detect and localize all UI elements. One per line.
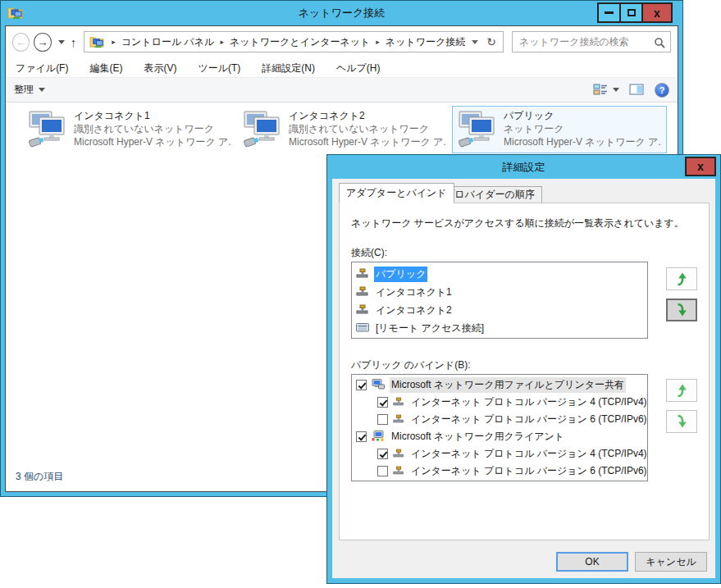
tab-adapters-and-bindings[interactable]: アダプターとバインド — [339, 183, 454, 203]
address-dropdown-icon[interactable] — [472, 40, 478, 44]
connection-device: Microsoft Hyper-V ネットワーク ア... — [504, 135, 662, 148]
bindings-item-label: インターネット プロトコル バージョン 4 (TCP/IPv4) — [409, 394, 648, 410]
menu-item-0[interactable]: ファイル(F) — [16, 62, 68, 75]
refresh-icon[interactable]: ↻ — [486, 35, 496, 48]
menu-item-3[interactable]: ツール(T) — [198, 62, 240, 75]
back-button[interactable]: ← — [12, 33, 30, 52]
preview-pane-icon[interactable] — [629, 84, 645, 96]
connection-device: Microsoft Hyper-V ネットワーク ア... — [289, 135, 447, 148]
help-icon[interactable]: ? — [655, 83, 669, 98]
dialog-titlebar[interactable]: 詳細設定 x — [327, 155, 720, 179]
bindings-move-up-button[interactable] — [666, 379, 697, 402]
menu-item-2[interactable]: 表示(V) — [144, 62, 176, 75]
menu-bar: ファイル(F)編集(E)表示(V)ツール(T)詳細設定(N)ヘルプ(H) — [6, 59, 678, 77]
connection-name: パブリック — [504, 109, 662, 122]
checkbox-checked[interactable] — [356, 431, 367, 442]
breadcrumb-item-1[interactable]: ネットワークとインターネット — [230, 35, 370, 49]
network-client-icon — [372, 431, 385, 444]
connection-item-0[interactable]: インタコネクト1識別されていないネットワークMicrosoft Hyper-V … — [22, 106, 237, 153]
connections-listbox[interactable]: パブリックインタコネクト1インタコネクト2[リモート アクセス接続] — [351, 262, 648, 339]
menu-item-5[interactable]: ヘルプ(H) — [336, 62, 381, 75]
up-button[interactable]: ↑ — [71, 35, 77, 49]
forward-icon: → — [38, 36, 48, 48]
window-title: ネットワーク接続 — [1, 6, 682, 21]
dialog-close-button[interactable]: x — [685, 157, 716, 176]
connection-device: Microsoft Hyper-V ネットワーク ア... — [74, 135, 232, 148]
protocol-icon — [393, 466, 404, 477]
breadcrumb-item-0[interactable]: コントロール パネル — [121, 35, 215, 49]
checkbox-unchecked[interactable] — [377, 414, 388, 425]
search-input[interactable] — [513, 32, 670, 52]
cancel-button[interactable]: キャンセル — [635, 552, 707, 572]
connections-move-up-button[interactable] — [666, 267, 697, 290]
connections-item-label: インタコネクト1 — [374, 285, 454, 300]
connection-name: インタコネクト2 — [289, 109, 447, 122]
checkbox-checked[interactable] — [377, 449, 388, 459]
item-count: 3 個の項目 — [16, 470, 63, 484]
titlebar[interactable]: ネットワーク接続 x — [1, 1, 682, 25]
forward-button[interactable]: → — [34, 33, 51, 52]
connection-name: インタコネクト1 — [74, 109, 232, 122]
bindings-list-item-5[interactable]: インターネット プロトコル バージョン 6 (TCP/IPv6) — [352, 463, 647, 480]
ok-button[interactable]: OK — [556, 552, 628, 572]
close-icon: x — [654, 7, 660, 19]
protocol-icon — [393, 397, 404, 408]
connection-item-2[interactable]: パブリックネットワークMicrosoft Hyper-V ネットワーク ア... — [452, 106, 667, 153]
bindings-move-down-button[interactable] — [666, 410, 697, 433]
bindings-list-item-0[interactable]: Microsoft ネットワーク用ファイルとプリンター共有 — [352, 376, 647, 394]
view-dropdown-icon — [613, 88, 619, 92]
connections-label: 接続(C): — [351, 246, 387, 260]
maximize-button[interactable] — [619, 2, 643, 23]
bindings-list-item-4[interactable]: インターネット プロトコル バージョン 4 (TCP/IPv4) — [352, 445, 647, 463]
checkbox-unchecked[interactable] — [377, 466, 388, 476]
history-dropdown-icon[interactable] — [58, 40, 65, 44]
search-icon[interactable] — [654, 37, 665, 48]
arrow-up-icon — [673, 271, 690, 287]
dialog-close-icon: x — [697, 161, 704, 172]
connections-list-item-3[interactable]: [リモート アクセス接続] — [352, 319, 647, 337]
network-adapter-icon — [356, 268, 369, 280]
arrow-down-icon — [673, 302, 690, 318]
bindings-listbox[interactable]: Microsoft ネットワーク用ファイルとプリンター共有インターネット プロト… — [351, 374, 648, 481]
bindings-list-item-1[interactable]: インターネット プロトコル バージョン 4 (TCP/IPv4) — [352, 394, 647, 411]
protocol-icon — [393, 414, 404, 426]
minimize-button[interactable] — [597, 2, 621, 23]
breadcrumb[interactable]: ▸コントロール パネル▸ネットワークとインターネット▸ネットワーク接続 ↻ — [84, 31, 504, 52]
bindings-item-label: インターネット プロトコル バージョン 6 (TCP/IPv6) — [409, 412, 648, 427]
connections-item-label: [リモート アクセス接続] — [374, 321, 486, 336]
connections-item-label: インタコネクト2 — [374, 303, 454, 318]
connections-list-item-0[interactable]: パブリック — [352, 265, 647, 283]
network-adapter-icon — [356, 286, 369, 299]
bindings-list-item-3[interactable]: Microsoft ネットワーク用クライアント — [352, 428, 647, 445]
bindings-list-item-2[interactable]: インターネット プロトコル バージョン 6 (TCP/IPv6) — [352, 411, 647, 428]
checkbox-checked[interactable] — [377, 397, 388, 408]
connection-item-text: インタコネクト2識別されていないネットワークMicrosoft Hyper-V … — [289, 109, 447, 148]
tab-page-adapters-and-bindings: ネットワーク サービスがアクセスする順に接続が一覧表示されています。 接続(C)… — [339, 203, 710, 540]
checkbox-checked[interactable] — [356, 380, 367, 390]
view-list-icon — [593, 84, 609, 96]
connection-item-text: インタコネクト1識別されていないネットワークMicrosoft Hyper-V … — [74, 109, 232, 148]
menu-item-4[interactable]: 詳細設定(N) — [262, 62, 315, 75]
close-button[interactable]: x — [641, 2, 673, 23]
breadcrumb-item-2[interactable]: ネットワーク接続 — [386, 35, 465, 49]
organize-button[interactable]: 整理 — [14, 83, 45, 97]
connections-item-label: パブリック — [374, 267, 427, 282]
breadcrumb-separator-icon: ▸ — [112, 38, 116, 46]
change-view-button[interactable] — [593, 84, 619, 96]
connection-item-1[interactable]: インタコネクト2識別されていないネットワークMicrosoft Hyper-V … — [237, 106, 452, 153]
menu-item-1[interactable]: 編集(E) — [89, 62, 122, 75]
organize-label: 整理 — [14, 83, 34, 97]
dialog-title: 詳細設定 — [327, 160, 720, 175]
bindings-item-label: Microsoft ネットワーク用クライアント — [390, 429, 566, 444]
bindings-item-label: Microsoft ネットワーク用ファイルとプリンター共有 — [390, 377, 626, 393]
file-printer-sharing-icon — [372, 379, 385, 392]
remote-access-icon — [356, 322, 369, 335]
search-box — [512, 31, 671, 52]
connections-list-item-1[interactable]: インタコネクト1 — [352, 283, 647, 301]
arrow-up-icon — [673, 382, 690, 399]
breadcrumb-path: ▸コントロール パネル▸ネットワークとインターネット▸ネットワーク接続 — [106, 35, 465, 49]
address-bar: ← → ↑ ▸コントロール パネル▸ネットワークとインターネット▸ネットワーク接… — [6, 26, 678, 57]
connections-move-down-button[interactable] — [666, 299, 697, 321]
breadcrumb-separator-icon: ▸ — [376, 38, 380, 46]
connections-list-item-2[interactable]: インタコネクト2 — [352, 301, 647, 319]
